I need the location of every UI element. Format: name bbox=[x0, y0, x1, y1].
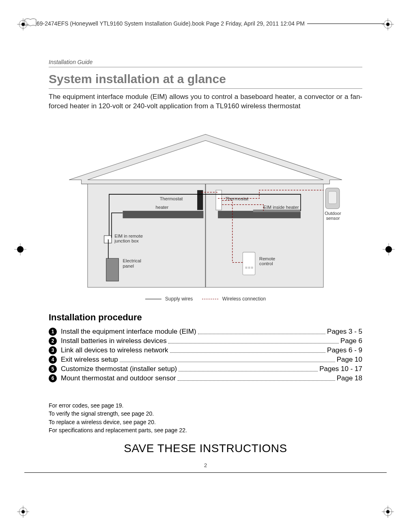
label-heater: heater bbox=[156, 205, 169, 210]
running-head-rule bbox=[49, 67, 362, 67]
step-number-badge: 6 bbox=[49, 374, 57, 382]
step-page: Pages 6 - 9 bbox=[327, 346, 362, 354]
register-mark-icon bbox=[383, 243, 395, 255]
step-number-badge: 4 bbox=[49, 356, 57, 364]
svg-rect-27 bbox=[104, 236, 112, 243]
subheading: Installation procedure bbox=[49, 312, 142, 323]
note-line: For specifications and replacement parts… bbox=[49, 426, 362, 434]
svg-rect-31 bbox=[253, 210, 301, 212]
step-number-badge: 5 bbox=[49, 365, 57, 373]
label-outdoor-sensor: Outdoorsensor bbox=[325, 211, 341, 221]
svg-rect-35 bbox=[248, 267, 250, 269]
procedure-list: 1Install the equipment interface module … bbox=[49, 326, 362, 384]
step-number-badge: 1 bbox=[49, 328, 57, 336]
leader-dots bbox=[120, 362, 335, 362]
legend-supply: Supply wires bbox=[165, 296, 193, 302]
register-mark-icon bbox=[14, 243, 26, 255]
intro-paragraph: The equipment interface module (EIM) all… bbox=[49, 92, 362, 111]
procedure-item: 6Mount thermostat and outdoor sensorPage… bbox=[49, 374, 362, 382]
footer-notes: For error codes, see page 19. To verify … bbox=[49, 401, 362, 434]
step-label: Install the equipment interface module (… bbox=[61, 328, 196, 336]
page-number: 2 bbox=[0, 462, 411, 468]
leader-dots bbox=[178, 380, 335, 381]
step-page: Pages 3 - 5 bbox=[327, 328, 362, 336]
procedure-item: 5Customize thermostat (installer setup)P… bbox=[49, 365, 362, 373]
procedure-item: 4Exit wireless setupPage 10 bbox=[49, 356, 362, 364]
save-instructions: SAVE THESE INSTRUCTIONS bbox=[0, 442, 411, 455]
diagram-legend: Supply wires Wireless connection bbox=[0, 296, 411, 302]
header-file-info: 69-2474EFS (Honeywell YTL9160 System Ins… bbox=[37, 20, 305, 27]
step-label: Install batteries in wireless devices bbox=[61, 337, 167, 345]
label-remote-control: Remotecontrol bbox=[259, 256, 275, 266]
svg-rect-36 bbox=[251, 267, 253, 269]
header-bar: 69-2474EFS (Honeywell YTL9160 System Ins… bbox=[24, 18, 387, 29]
procedure-item: 1Install the equipment interface module … bbox=[49, 328, 362, 336]
book-icon bbox=[24, 18, 37, 29]
svg-rect-33 bbox=[243, 252, 255, 275]
footer-rule bbox=[24, 472, 387, 473]
step-number-badge: 3 bbox=[49, 346, 57, 354]
step-page: Pages 10 - 17 bbox=[319, 365, 362, 373]
label-eim-remote: EIM in remotejunction box bbox=[114, 234, 143, 243]
register-mark-icon bbox=[17, 506, 29, 518]
running-head: Installation Guide bbox=[49, 59, 93, 65]
step-page: Page 18 bbox=[337, 374, 362, 382]
register-mark-icon bbox=[382, 506, 394, 518]
supply-wire-icon bbox=[145, 299, 161, 299]
svg-rect-32 bbox=[216, 190, 222, 210]
svg-rect-34 bbox=[245, 267, 247, 269]
svg-marker-23 bbox=[88, 141, 323, 180]
note-line: To replace a wireless device, see page 2… bbox=[49, 418, 362, 426]
system-diagram: Thermostat Thermostat heater EIM inside … bbox=[69, 130, 342, 296]
svg-rect-29 bbox=[197, 190, 203, 210]
title-rule bbox=[49, 88, 362, 89]
svg-rect-38 bbox=[328, 191, 336, 204]
step-label: Exit wireless setup bbox=[61, 356, 118, 364]
legend-wireless: Wireless connection bbox=[222, 296, 266, 302]
leader-dots bbox=[168, 343, 339, 343]
note-line: To verify the signal strength, see page … bbox=[49, 410, 362, 418]
procedure-item: 3Link all devices to wireless networkPag… bbox=[49, 346, 362, 354]
procedure-item: 2Install batteries in wireless devicesPa… bbox=[49, 337, 362, 345]
leader-dots bbox=[179, 371, 318, 371]
label-eim-inside: EIM inside heater bbox=[263, 205, 299, 210]
step-label: Mount thermostat and outdoor sensor bbox=[61, 374, 176, 382]
note-line: For error codes, see page 19. bbox=[49, 401, 362, 410]
page: 69-2474EFS (Honeywell YTL9160 System Ins… bbox=[0, 0, 411, 532]
leader-dots bbox=[170, 352, 325, 353]
step-page: Page 10 bbox=[337, 356, 362, 364]
step-page: Page 6 bbox=[340, 337, 362, 345]
header-rule bbox=[307, 24, 384, 24]
wireless-line-icon bbox=[202, 299, 218, 299]
label-thermostat-right: Thermostat bbox=[225, 196, 249, 201]
step-label: Customize thermostat (installer setup) bbox=[61, 365, 177, 373]
step-number-badge: 2 bbox=[49, 337, 57, 345]
leader-dots bbox=[198, 334, 325, 334]
page-title: System installation at a glance bbox=[49, 72, 226, 86]
label-thermostat-left: Thermostat bbox=[160, 196, 183, 201]
svg-rect-26 bbox=[106, 258, 119, 281]
svg-rect-28 bbox=[123, 211, 204, 218]
step-label: Link all devices to wireless network bbox=[61, 346, 168, 354]
